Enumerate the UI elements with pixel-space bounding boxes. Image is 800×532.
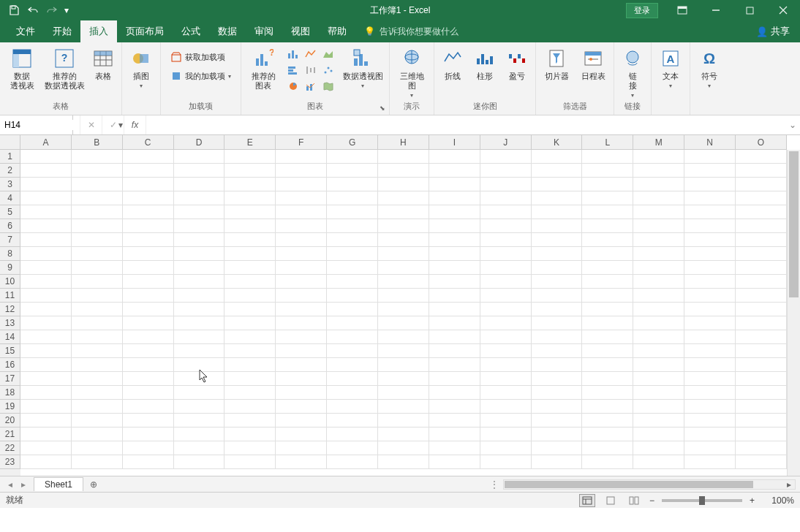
cell[interactable]: [72, 400, 123, 414]
cell[interactable]: [174, 178, 225, 191]
cell[interactable]: [327, 164, 378, 178]
cell[interactable]: [633, 441, 684, 455]
cell[interactable]: [20, 164, 72, 178]
cell[interactable]: [429, 150, 480, 164]
tell-me-search[interactable]: 💡 告诉我你想要做什么: [364, 20, 459, 42]
cell[interactable]: [532, 275, 583, 289]
cell[interactable]: [276, 178, 327, 191]
cell[interactable]: [123, 330, 174, 344]
cell[interactable]: [480, 330, 532, 344]
cell[interactable]: [224, 316, 276, 330]
cell[interactable]: [684, 261, 736, 275]
cell[interactable]: [327, 191, 378, 205]
cell[interactable]: [378, 233, 429, 247]
cell[interactable]: [224, 150, 276, 164]
cell[interactable]: [123, 261, 174, 275]
cell[interactable]: [582, 191, 633, 205]
cell[interactable]: [480, 303, 532, 316]
cell[interactable]: [633, 358, 684, 372]
cell[interactable]: [276, 303, 327, 316]
cell[interactable]: [72, 233, 123, 247]
sheet-nav[interactable]: ◂▸: [0, 479, 34, 490]
cell[interactable]: [72, 455, 123, 469]
cell[interactable]: [429, 247, 480, 261]
cell[interactable]: [532, 164, 583, 178]
cell[interactable]: [327, 150, 378, 164]
cell[interactable]: [327, 344, 378, 358]
cell[interactable]: [532, 233, 583, 247]
cell[interactable]: [123, 316, 174, 330]
cell[interactable]: [429, 219, 480, 233]
stock-chart-icon[interactable]: [303, 63, 319, 77]
tab-help[interactable]: 帮助: [319, 20, 355, 42]
map-chart-icon[interactable]: [320, 79, 336, 94]
cell[interactable]: [429, 372, 480, 386]
col-header-L[interactable]: L: [582, 135, 633, 150]
cell[interactable]: [378, 205, 429, 219]
timeline-button[interactable]: 日程表: [577, 45, 609, 81]
cell[interactable]: [123, 414, 174, 428]
cell[interactable]: [582, 428, 633, 441]
cell[interactable]: [736, 178, 787, 191]
cell[interactable]: [123, 178, 174, 191]
cell[interactable]: [582, 261, 633, 275]
cell[interactable]: [72, 275, 123, 289]
row-header-19[interactable]: 19: [0, 400, 20, 414]
cell[interactable]: [123, 441, 174, 455]
pivot-table-button[interactable]: 数据 透视表: [4, 45, 39, 91]
sparkline-line-button[interactable]: 折线: [439, 45, 467, 81]
col-header-I[interactable]: I: [429, 135, 480, 150]
cell[interactable]: [174, 428, 225, 441]
cell[interactable]: [20, 150, 72, 164]
cell[interactable]: [684, 164, 736, 178]
cell[interactable]: [429, 386, 480, 400]
cell[interactable]: [684, 441, 736, 455]
tab-pagelayout[interactable]: 页面布局: [117, 20, 173, 42]
cell[interactable]: [378, 247, 429, 261]
cell[interactable]: [582, 414, 633, 428]
cell[interactable]: [378, 164, 429, 178]
cell[interactable]: [736, 386, 787, 400]
cell[interactable]: [684, 303, 736, 316]
row-header-17[interactable]: 17: [0, 372, 20, 386]
cell[interactable]: [532, 289, 583, 303]
cell[interactable]: [72, 428, 123, 441]
cell[interactable]: [736, 330, 787, 344]
cell[interactable]: [72, 289, 123, 303]
cell[interactable]: [480, 261, 532, 275]
cell[interactable]: [684, 414, 736, 428]
cell[interactable]: [429, 205, 480, 219]
cell[interactable]: [684, 400, 736, 414]
cell[interactable]: [684, 219, 736, 233]
cell[interactable]: [174, 358, 225, 372]
cell[interactable]: [174, 455, 225, 469]
cell[interactable]: [20, 358, 72, 372]
cell[interactable]: [532, 414, 583, 428]
cell[interactable]: [633, 205, 684, 219]
cell[interactable]: [429, 428, 480, 441]
cell[interactable]: [174, 247, 225, 261]
cell[interactable]: [224, 233, 276, 247]
bar-chart-icon[interactable]: [285, 63, 301, 77]
cell[interactable]: [480, 275, 532, 289]
col-header-F[interactable]: F: [276, 135, 327, 150]
cell[interactable]: [736, 303, 787, 316]
cell[interactable]: [480, 191, 532, 205]
cell[interactable]: [224, 400, 276, 414]
cell[interactable]: [429, 275, 480, 289]
cell[interactable]: [633, 191, 684, 205]
cell[interactable]: [633, 316, 684, 330]
cell[interactable]: [123, 205, 174, 219]
share-button[interactable]: 👤 共享: [746, 20, 800, 42]
cell[interactable]: [582, 358, 633, 372]
cell[interactable]: [480, 205, 532, 219]
cell[interactable]: [276, 455, 327, 469]
vscroll-thumb[interactable]: [789, 151, 799, 297]
cell[interactable]: [633, 289, 684, 303]
cell[interactable]: [429, 233, 480, 247]
slicer-button[interactable]: 切片器: [540, 45, 573, 81]
cell[interactable]: [123, 150, 174, 164]
cell[interactable]: [582, 386, 633, 400]
col-header-A[interactable]: A: [20, 135, 72, 150]
cell[interactable]: [327, 275, 378, 289]
